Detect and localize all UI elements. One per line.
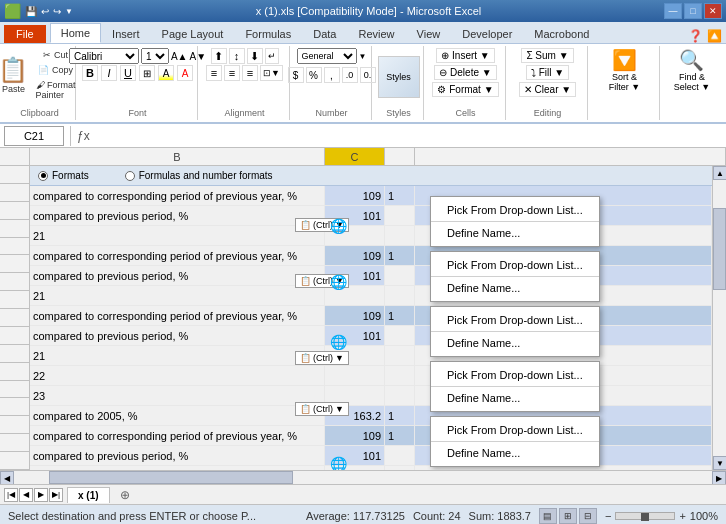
wrap-text-button[interactable]: ↵ <box>265 48 279 64</box>
scroll-right-button[interactable]: ▶ <box>712 471 726 484</box>
help-icon[interactable]: ❓ <box>688 29 703 43</box>
align-bottom-button[interactable]: ⬇ <box>247 48 263 64</box>
fill-button[interactable]: ⤵ Fill ▼ <box>526 65 569 80</box>
cell-b-6[interactable]: compared to corresponding period of prev… <box>30 306 325 325</box>
quick-access-save[interactable]: 💾 <box>25 6 37 17</box>
quick-access-dropdown[interactable]: ▼ <box>65 7 73 16</box>
cell-b-13[interactable]: compared to previous period, % <box>30 446 325 465</box>
sheet-prev-button[interactable]: ◀ <box>19 488 33 502</box>
menu-item-0[interactable]: Pick From Drop-down List... <box>431 256 599 274</box>
quick-access-redo[interactable]: ↪ <box>53 6 61 17</box>
cell-b-1[interactable]: compared to previous period, % <box>30 206 325 225</box>
delete-cells-button[interactable]: ⊖ Delete ▼ <box>434 65 496 80</box>
quick-access-undo[interactable]: ↩ <box>41 6 49 17</box>
cell-d-10[interactable] <box>385 386 415 405</box>
formulas-radio-tab[interactable]: Formulas and number formats <box>117 166 281 185</box>
menu-item-2[interactable]: Define Name... <box>431 279 599 297</box>
vertical-scrollbar[interactable]: ▲ ▼ <box>712 166 726 470</box>
normal-view-button[interactable]: ▤ <box>539 508 557 524</box>
function-wizard-icon[interactable]: ƒx <box>77 129 90 143</box>
sheet-insert-tab[interactable]: ⊕ <box>112 486 138 504</box>
scroll-left-button[interactable]: ◀ <box>0 471 14 484</box>
border-button[interactable]: ⊞ <box>139 65 155 81</box>
font-color-button[interactable]: A <box>177 65 193 81</box>
cell-c-9[interactable] <box>325 366 385 385</box>
h-scroll-thumb[interactable] <box>49 471 293 484</box>
tab-view[interactable]: View <box>406 24 452 43</box>
scroll-up-button[interactable]: ▲ <box>713 166 726 180</box>
cell-b-14[interactable]: 21 <box>30 466 325 470</box>
cell-b-2[interactable]: 21 <box>30 226 325 245</box>
menu-item-2[interactable]: Define Name... <box>431 224 599 242</box>
sheet-next-button[interactable]: ▶ <box>34 488 48 502</box>
col-header-d[interactable] <box>385 148 415 165</box>
col-header-rest[interactable] <box>415 148 726 165</box>
increase-decimal-button[interactable]: .0 <box>342 67 358 83</box>
menu-item-0[interactable]: Pick From Drop-down List... <box>431 201 599 219</box>
cell-b-0[interactable]: compared to corresponding period of prev… <box>30 186 325 205</box>
close-button[interactable]: ✕ <box>704 3 722 19</box>
tab-page-layout[interactable]: Page Layout <box>151 24 235 43</box>
scroll-track[interactable] <box>713 180 726 456</box>
format-painter-button[interactable]: 🖌 Format Painter <box>32 78 80 102</box>
align-left-button[interactable]: ≡ <box>206 65 222 81</box>
cell-b-5[interactable]: 21 <box>30 286 325 305</box>
paste-tag-1[interactable]: 📋(Ctrl)▼ <box>295 274 349 288</box>
tab-macrobond[interactable]: Macrobond <box>523 24 600 43</box>
tab-insert[interactable]: Insert <box>101 24 151 43</box>
cell-c-12[interactable]: 109 <box>325 426 385 445</box>
number-format-dropdown[interactable]: ▼ <box>359 52 367 61</box>
horizontal-scrollbar[interactable]: ◀ ▶ <box>0 470 726 484</box>
merge-center-button[interactable]: ⊡▼ <box>260 65 283 81</box>
tab-data[interactable]: Data <box>302 24 347 43</box>
cell-c-7[interactable]: 101 <box>325 326 385 345</box>
menu-item-2[interactable]: Define Name... <box>431 334 599 352</box>
insert-cells-button[interactable]: ⊕ Insert ▼ <box>436 48 494 63</box>
currency-button[interactable]: $ <box>288 67 304 83</box>
page-break-view-button[interactable]: ⊟ <box>579 508 597 524</box>
minimize-button[interactable]: — <box>664 3 682 19</box>
scroll-down-button[interactable]: ▼ <box>713 456 726 470</box>
increase-font-button[interactable]: A▲ <box>171 51 188 62</box>
tab-review[interactable]: Review <box>347 24 405 43</box>
cell-d-8[interactable] <box>385 346 415 365</box>
sheet-last-button[interactable]: ▶| <box>49 488 63 502</box>
cell-c-6[interactable]: 109 <box>325 306 385 325</box>
tab-home[interactable]: Home <box>50 23 101 43</box>
menu-item-0[interactable]: Pick From Drop-down List... <box>431 311 599 329</box>
zoom-slider[interactable] <box>615 512 675 520</box>
bold-button[interactable]: B <box>82 65 98 81</box>
cell-d-14[interactable] <box>385 466 415 470</box>
cell-d-7[interactable] <box>385 326 415 345</box>
menu-item-0[interactable]: Pick From Drop-down List... <box>431 366 599 384</box>
corner-select-all[interactable] <box>0 148 30 165</box>
name-box[interactable] <box>4 126 64 146</box>
cell-c-14[interactable] <box>325 466 385 470</box>
menu-item-2[interactable]: Define Name... <box>431 444 599 462</box>
col-header-c[interactable]: C <box>325 148 385 165</box>
align-middle-button[interactable]: ↕ <box>229 48 245 64</box>
cell-d-13[interactable] <box>385 446 415 465</box>
sort-filter-button[interactable]: 🔽 Sort & Filter ▼ <box>609 48 640 92</box>
percent-button[interactable]: % <box>306 67 322 83</box>
cell-b-8[interactable]: 21 <box>30 346 325 365</box>
paste-tag-0[interactable]: 📋(Ctrl)▼ <box>295 218 349 232</box>
menu-item-2[interactable]: Define Name... <box>431 389 599 407</box>
menu-item-0[interactable]: Pick From Drop-down List... <box>431 421 599 439</box>
number-format-select[interactable]: General <box>297 48 357 64</box>
sheet-first-button[interactable]: |◀ <box>4 488 18 502</box>
cell-c-5[interactable] <box>325 286 385 305</box>
font-size-select[interactable]: 11 <box>141 48 169 64</box>
maximize-button[interactable]: □ <box>684 3 702 19</box>
cell-d-5[interactable] <box>385 286 415 305</box>
cell-c-3[interactable]: 109 <box>325 246 385 265</box>
cell-b-11[interactable]: compared to 2005, % <box>30 406 325 425</box>
cell-d-11[interactable]: 1 <box>385 406 415 425</box>
page-layout-view-button[interactable]: ⊞ <box>559 508 577 524</box>
autosum-button[interactable]: Σ Sum ▼ <box>521 48 573 63</box>
formats-radio-tab[interactable]: Formats <box>30 166 97 185</box>
zoom-out-button[interactable]: − <box>605 510 611 522</box>
align-top-button[interactable]: ⬆ <box>211 48 227 64</box>
cell-d-2[interactable] <box>385 226 415 245</box>
cell-b-9[interactable]: 22 <box>30 366 325 385</box>
